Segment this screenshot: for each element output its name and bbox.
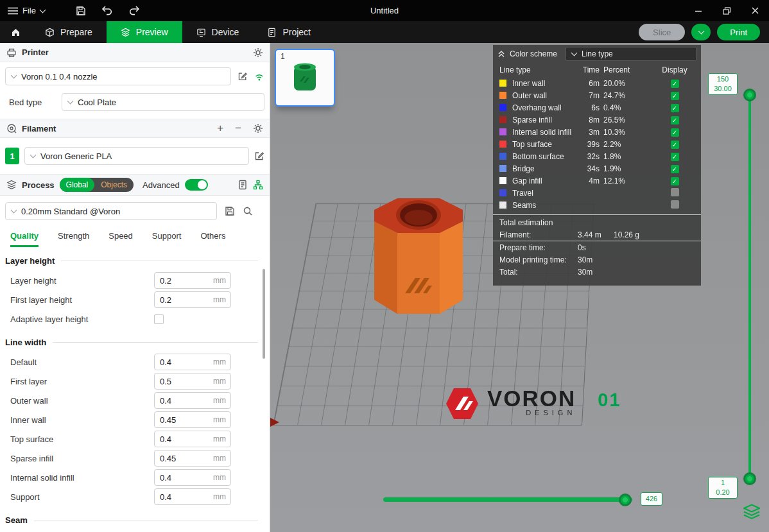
line-type-color-swatch — [499, 177, 506, 184]
chevron-down-icon — [67, 98, 74, 105]
tab-project[interactable]: Project — [253, 21, 325, 43]
setting-row: Support 0.4mm — [0, 487, 270, 506]
setting-label: Adaptive layer height — [0, 314, 154, 324]
legend-row: Bridge 34s 1.9% ✓ — [493, 162, 701, 175]
home-button[interactable] — [0, 21, 31, 43]
project-icon — [267, 28, 277, 37]
print-button[interactable]: Print — [717, 24, 760, 40]
layer-slider-bottom-handle[interactable] — [743, 472, 756, 485]
color-scheme-select[interactable]: Line type — [566, 47, 696, 61]
legend-row: Overhang wall 6s 0.4% ✓ — [493, 101, 701, 114]
display-checkbox[interactable]: ✓ — [671, 80, 679, 88]
moves-slider-track[interactable] — [383, 497, 632, 502]
save-icon[interactable] — [76, 6, 86, 16]
gear-icon[interactable] — [253, 47, 263, 58]
line-type-color-swatch — [499, 104, 506, 111]
objects-icon[interactable] — [253, 180, 263, 190]
display-checkbox[interactable]: ✓ — [671, 153, 679, 161]
line-type-name: Inner wall — [508, 79, 575, 88]
redo-icon[interactable] — [128, 6, 140, 15]
display-checkbox[interactable]: ✓ — [671, 165, 679, 173]
legend-row: Top surface 39s 2.2% ✓ — [493, 138, 701, 150]
line-type-name: Bridge — [508, 164, 575, 173]
collapse-icon[interactable] — [497, 50, 505, 58]
search-icon[interactable] — [243, 206, 253, 216]
setting-input[interactable]: 0.45mm — [154, 411, 231, 428]
setting-input[interactable]: 0.4mm — [154, 392, 231, 409]
voron-hexagon-icon — [445, 387, 480, 420]
line-type-name: Top surface — [508, 140, 575, 149]
process-scope-objects[interactable]: Objects — [94, 178, 134, 192]
tab-preview[interactable]: Preview — [107, 21, 182, 43]
setting-input[interactable]: 0.5mm — [154, 373, 231, 390]
preset-save-icon[interactable] — [225, 206, 235, 216]
stat-value: 3.44 m — [578, 230, 614, 239]
filament-slot-badge[interactable]: 1 — [5, 148, 19, 164]
close-button[interactable] — [741, 0, 769, 21]
gear-icon[interactable] — [253, 123, 263, 133]
display-checkbox[interactable] — [671, 188, 679, 196]
process-tab-support[interactable]: Support — [152, 231, 182, 247]
plate-thumbnail[interactable]: 1 — [275, 49, 335, 107]
viewport-3d[interactable]: 1 — [270, 43, 769, 532]
setting-input[interactable]: 0.2mm — [154, 272, 231, 289]
close-icon — [752, 7, 759, 14]
setting-input[interactable]: 0.4mm — [154, 469, 231, 486]
line-type-name: Travel — [508, 189, 575, 198]
model-object[interactable] — [368, 196, 469, 332]
display-checkbox[interactable]: ✓ — [671, 104, 679, 112]
setting-input[interactable]: 0.4mm — [154, 488, 231, 505]
display-checkbox[interactable]: ✓ — [671, 177, 679, 185]
process-tab-strength[interactable]: Strength — [58, 231, 89, 247]
layers-icon[interactable] — [743, 504, 760, 520]
process-tab-others[interactable]: Others — [200, 231, 225, 247]
process-scope-global[interactable]: Global — [60, 178, 95, 192]
display-checkbox[interactable] — [671, 200, 679, 209]
printer-preset-select[interactable]: Voron 0.1 0.4 nozzle — [5, 67, 231, 85]
line-type-time: 34s — [575, 164, 600, 173]
process-tab-speed[interactable]: Speed — [108, 231, 133, 247]
setting-label: First layer — [0, 377, 154, 386]
remove-filament-button[interactable]: − — [235, 124, 241, 133]
display-checkbox[interactable]: ✓ — [671, 128, 679, 137]
advanced-toggle[interactable] — [185, 179, 208, 191]
line-type-color-swatch — [499, 116, 506, 123]
print-dropdown-button[interactable] — [691, 24, 711, 40]
process-preset-select[interactable]: 0.20mm Standard @Voron — [5, 202, 217, 220]
add-filament-button[interactable]: + — [217, 124, 223, 133]
undo-icon[interactable] — [101, 6, 113, 15]
setting-input[interactable]: 0.4mm — [154, 354, 231, 370]
minimize-icon — [695, 7, 702, 15]
settings-scrollbar[interactable] — [263, 269, 265, 359]
bed-type-select[interactable]: Cool Plate — [62, 93, 264, 111]
titlebar: File Untitled — [0, 0, 769, 21]
moves-slider-handle[interactable] — [619, 493, 632, 506]
line-type-time: 4m — [575, 176, 600, 185]
setting-input[interactable]: 0.2mm — [154, 291, 231, 308]
minimize-button[interactable] — [684, 0, 713, 21]
display-checkbox[interactable]: ✓ — [671, 116, 679, 124]
display-checkbox[interactable]: ✓ — [671, 92, 679, 100]
slice-button[interactable]: Slice — [639, 24, 685, 40]
layer-slider-top-handle[interactable] — [743, 89, 756, 101]
setting-input[interactable]: 0.45mm — [154, 450, 231, 467]
layer-slider-track[interactable] — [748, 96, 751, 480]
tab-prepare[interactable]: Prepare — [31, 21, 107, 43]
process-tab-quality[interactable]: Quality — [10, 231, 39, 247]
maximize-button[interactable] — [713, 0, 741, 21]
file-menu[interactable]: File — [8, 6, 45, 15]
edit-icon[interactable] — [238, 71, 248, 82]
chevron-down-icon — [40, 6, 46, 13]
col-line-type: Line type — [499, 65, 575, 74]
device-icon — [196, 28, 206, 37]
edit-icon[interactable] — [254, 151, 264, 161]
col-percent: Percent — [600, 65, 655, 74]
filament-preset-select[interactable]: Voron Generic PLA — [24, 147, 249, 165]
bed-type-value: Cool Plate — [78, 98, 116, 107]
list-icon[interactable] — [238, 180, 248, 190]
tab-device[interactable]: Device — [182, 21, 254, 43]
display-checkbox[interactable]: ✓ — [671, 141, 679, 149]
home-icon — [10, 27, 21, 37]
setting-input[interactable]: 0.4mm — [154, 431, 231, 447]
setting-checkbox[interactable] — [154, 314, 164, 324]
